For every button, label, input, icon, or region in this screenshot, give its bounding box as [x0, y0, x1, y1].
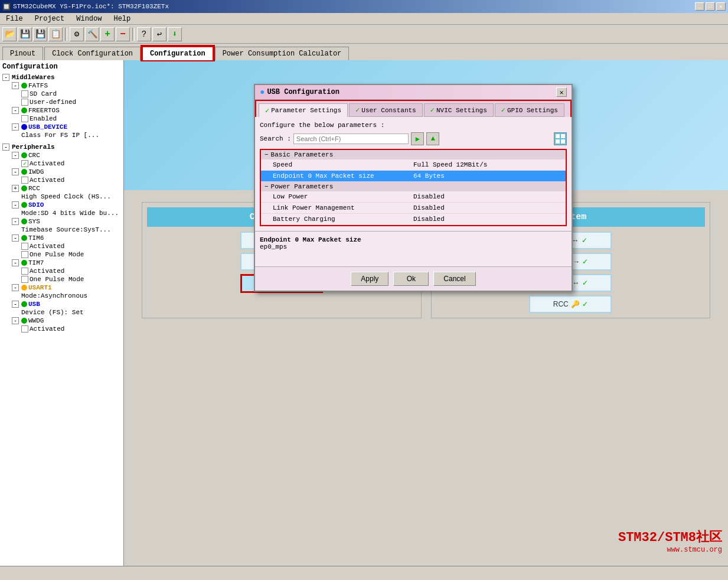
power-params-header[interactable]: − Power Parameters [261, 182, 566, 191]
toolbar-add[interactable]: + [100, 27, 115, 41]
freertos-enabled-checkbox[interactable] [21, 115, 28, 122]
tree-tim6[interactable]: - TIM6 [2, 234, 121, 242]
close-button[interactable]: ✕ [716, 2, 726, 11]
tree-iwdg[interactable]: - IWDG [2, 168, 121, 176]
sdcard-checkbox[interactable] [21, 90, 28, 97]
toolbar-remove[interactable]: − [116, 27, 130, 41]
menu-project[interactable]: Project [31, 14, 68, 24]
dialog-tab-parameters[interactable]: ✓ Parameter Settings [259, 103, 348, 117]
toolbar-save[interactable]: 💾 [18, 27, 32, 41]
tree-freertos-enabled[interactable]: Enabled [2, 115, 121, 123]
tree-tim7-activated[interactable]: Activated [2, 267, 121, 275]
cancel-button[interactable]: Cancel [433, 272, 475, 286]
tree-classforfsip[interactable]: Class For FS IP [... [2, 131, 121, 139]
dialog-tab-nvic[interactable]: ✓ NVIC Settings [424, 103, 494, 117]
left-panel: Configuration - MiddleWares - FATFS SD C… [0, 60, 124, 566]
tab-pinout[interactable]: Pinout [2, 47, 43, 60]
maximize-button[interactable]: □ [706, 2, 715, 11]
freertos-expand[interactable]: - [12, 107, 19, 114]
tree-freertos[interactable]: - FREERTOS [2, 106, 121, 115]
speed-row[interactable]: Speed Full Speed 12MBit/s [261, 159, 566, 171]
toolbar-open[interactable]: 📂 [2, 27, 17, 41]
toolbar-save3[interactable]: 📋 [48, 27, 63, 41]
tree-wwdg[interactable]: - WWDG [2, 317, 121, 325]
tree-iwdg-activated[interactable]: Activated [2, 176, 121, 184]
lowpower-row[interactable]: Low Power Disabled [261, 191, 566, 203]
tree-usb[interactable]: - USB [2, 300, 121, 308]
usart1-expand[interactable]: - [12, 284, 19, 291]
tim7-activated-checkbox[interactable] [21, 268, 28, 275]
tree-middlewares[interactable]: - MiddleWares [2, 73, 121, 82]
speed-param-value: Full Speed 12MBit/s [413, 161, 554, 168]
menu-file[interactable]: File [2, 14, 27, 24]
sys-expand[interactable]: - [12, 218, 19, 225]
userdefined-checkbox[interactable] [21, 99, 28, 106]
tree-crc-activated[interactable]: ✓ Activated [2, 159, 121, 168]
menu-window[interactable]: Window [73, 14, 105, 24]
wwdg-activated-checkbox[interactable] [21, 325, 28, 333]
tree-sys[interactable]: - SYS [2, 217, 121, 226]
dialog-tab-gpio[interactable]: ✓ GPIO Settings [495, 103, 564, 117]
toolbar-build[interactable]: 🔨 [85, 27, 99, 41]
toolbar-download[interactable]: ⬇ [168, 27, 182, 41]
crc-expand[interactable]: - [12, 152, 19, 159]
tim7-opm-checkbox[interactable] [21, 276, 28, 283]
linkpower-row[interactable]: Link Power Management Disabled [261, 203, 566, 214]
tree-userdefined[interactable]: User-defined [2, 98, 121, 106]
tree-peripherals[interactable]: - Peripherals [2, 143, 121, 151]
tree-crc[interactable]: - CRC [2, 151, 121, 159]
fatfs-expand[interactable]: - [12, 82, 19, 89]
tree-tim7-opm[interactable]: One Pulse Mode [2, 275, 121, 284]
middlewares-expand[interactable]: - [2, 74, 9, 81]
dialog-close-button[interactable]: ✕ [556, 87, 567, 97]
basic-params-header[interactable]: − Basic Parameters [261, 150, 566, 159]
tree-tim6-activated[interactable]: Activated [2, 242, 121, 250]
peripherals-expand[interactable]: - [2, 144, 9, 151]
usbdevice-expand[interactable]: - [12, 123, 19, 131]
tree-wwdg-activated[interactable]: Activated [2, 325, 121, 333]
toolbar-undo[interactable]: ↩ [152, 27, 167, 41]
dialog-title-icon: ● [260, 87, 265, 97]
tim6-activated-checkbox[interactable] [21, 243, 28, 250]
rcc-btn[interactable]: RCC 🔑 ✓ [529, 295, 612, 313]
tim6-icon [21, 235, 27, 241]
ok-button[interactable]: Ok [393, 272, 429, 286]
tab-clock[interactable]: Clock Configuration [44, 47, 141, 60]
battcharge-row[interactable]: Battery Charging Disabled [261, 214, 566, 225]
minimize-button[interactable]: _ [695, 2, 704, 11]
search-up-btn[interactable]: ▲ [426, 132, 439, 145]
tim6-opm-checkbox[interactable] [21, 251, 28, 258]
tree-tim7[interactable]: - TIM7 [2, 259, 121, 267]
iwdg-expand[interactable]: - [12, 168, 19, 175]
dialog-tab-constants[interactable]: ✓ User Constants [349, 103, 423, 117]
search-go-btn[interactable]: ▶ [411, 132, 424, 145]
apply-button[interactable]: Apply [351, 272, 389, 286]
toolbar-generate[interactable]: ⚙ [70, 27, 84, 41]
tree-sdcard[interactable]: SD Card [2, 90, 121, 98]
usb-expand[interactable]: - [12, 301, 19, 308]
toolbar-help[interactable]: ? [137, 27, 151, 41]
search-input[interactable] [293, 133, 409, 144]
tree-sys-timebase: Timebase Source:SysT... [2, 226, 121, 234]
iwdg-activated-checkbox[interactable] [21, 177, 28, 184]
rcc-expand[interactable]: + [12, 185, 19, 192]
tree-rcc[interactable]: + RCC [2, 184, 121, 193]
sdio-expand[interactable]: - [12, 201, 19, 208]
tree-usart1[interactable]: - USART1 [2, 284, 121, 292]
crc-activated-checkbox[interactable]: ✓ [21, 160, 28, 167]
tab-configuration[interactable]: Configuration [142, 46, 214, 60]
usb-icon [21, 301, 27, 307]
table-view-icon[interactable] [554, 132, 567, 145]
tree-fatfs[interactable]: - FATFS [2, 82, 121, 90]
tim6-expand[interactable]: - [12, 234, 19, 242]
tree-tim6-opm[interactable]: One Pulse Mode [2, 250, 121, 259]
tim7-expand[interactable]: - [12, 259, 19, 266]
window-controls[interactable]: _ □ ✕ [695, 2, 726, 11]
tree-usbdevice[interactable]: - USB_DEVICE [2, 123, 121, 131]
endpoint-row[interactable]: Endpoint 0 Max Packet size 64 Bytes [261, 171, 566, 182]
tree-sdio[interactable]: - SDIO [2, 201, 121, 209]
wwdg-expand[interactable]: - [12, 317, 19, 324]
menu-help[interactable]: Help [110, 14, 134, 24]
tab-power[interactable]: Power Consumption Calculator [215, 47, 350, 60]
toolbar-save2[interactable]: 💾 [33, 27, 47, 41]
